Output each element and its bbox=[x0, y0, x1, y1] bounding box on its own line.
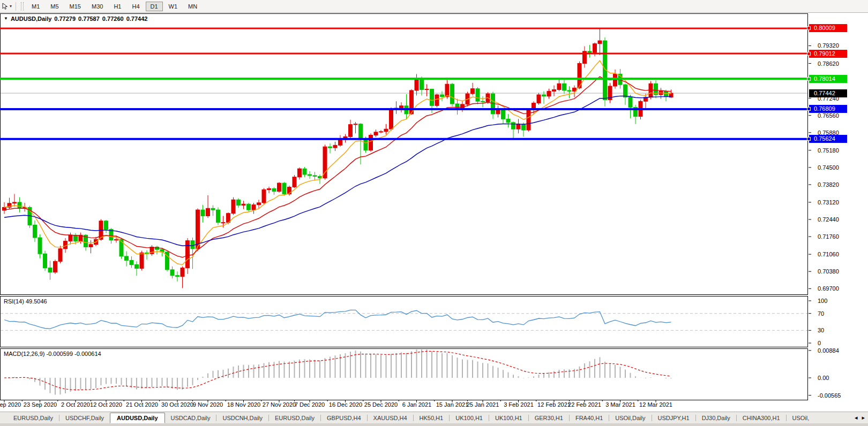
candle bbox=[374, 132, 378, 135]
bar-close: 0.77442 bbox=[126, 16, 148, 22]
price-axis-label: 0.75180 bbox=[818, 147, 867, 154]
chart-tab-usdcad-daily[interactable]: USDCAD,Daily bbox=[165, 413, 216, 423]
macd-panel bbox=[1, 349, 808, 400]
candle bbox=[140, 253, 144, 268]
candle bbox=[552, 90, 556, 92]
candle bbox=[135, 264, 139, 268]
candle bbox=[542, 95, 546, 96]
candle bbox=[390, 109, 393, 129]
scroll-left-icon[interactable]: ◂ bbox=[855, 414, 858, 421]
price-axis-label: 0.70380 bbox=[818, 268, 867, 275]
candle bbox=[598, 41, 602, 44]
price-axis-label: 0.69700 bbox=[818, 285, 867, 292]
candle bbox=[262, 189, 266, 203]
candle bbox=[471, 89, 475, 94]
candle bbox=[48, 268, 52, 272]
bar-open: 0.77279 bbox=[54, 16, 76, 22]
candle bbox=[211, 208, 215, 210]
rsi-axis-label: 100 bbox=[818, 297, 867, 305]
candle bbox=[313, 176, 317, 176]
macd-axis-label: -0.00565 bbox=[818, 392, 867, 399]
candle bbox=[649, 83, 653, 97]
rsi-axis-label: 70 bbox=[818, 310, 867, 317]
chart-tab-ger30-h1[interactable]: GER30,H1 bbox=[529, 413, 569, 423]
candle bbox=[115, 239, 118, 240]
rsi-axis-label: 30 bbox=[818, 326, 867, 334]
price-axis-label: 0.73820 bbox=[818, 181, 867, 188]
line-end-marker bbox=[807, 137, 811, 141]
candle bbox=[231, 200, 235, 213]
candle bbox=[613, 74, 617, 86]
candle bbox=[339, 140, 342, 145]
chart-tab-usoil[interactable]: USOil, bbox=[787, 413, 815, 423]
price-axis-label: 0.72440 bbox=[818, 216, 867, 223]
candle bbox=[201, 210, 205, 216]
candle bbox=[257, 203, 261, 205]
candle bbox=[328, 147, 332, 148]
chart-tab-bar: EURUSD,DailyUSDCHF,DailyAUDUSD,DailyUSDC… bbox=[0, 412, 868, 423]
candle bbox=[18, 202, 21, 208]
price-line-label: 0.78014 bbox=[809, 75, 847, 83]
candle bbox=[557, 83, 561, 89]
candle bbox=[369, 135, 373, 150]
candle bbox=[567, 90, 571, 91]
chart-tab-eurusd-daily[interactable]: EURUSD,Daily bbox=[269, 413, 320, 423]
chart-tab-usdcnh-daily[interactable]: USDCNH,Daily bbox=[216, 413, 268, 423]
rsi-axis-label: 0 bbox=[818, 339, 867, 347]
macd-axis-label: 0.00884 bbox=[818, 347, 867, 354]
chart-tab-gbpusd-h4[interactable]: GBPUSD,H4 bbox=[321, 413, 367, 423]
candle bbox=[537, 95, 541, 103]
candle bbox=[430, 89, 434, 106]
candle bbox=[272, 188, 276, 191]
candle bbox=[38, 238, 42, 254]
candle bbox=[191, 241, 194, 249]
chart-tab-dj30-daily[interactable]: DJ30,Daily bbox=[696, 413, 736, 423]
chart-tab-uk100-h1[interactable]: UK100,H1 bbox=[489, 413, 528, 423]
candle bbox=[502, 109, 505, 119]
chart-tab-eurusd-daily[interactable]: EURUSD,Daily bbox=[8, 413, 59, 423]
symbol-dropdown-icon[interactable]: ▼ bbox=[4, 16, 8, 22]
candle bbox=[58, 249, 62, 262]
candle bbox=[628, 97, 632, 108]
candle bbox=[364, 139, 368, 150]
chart-tab-usdjpy-h1[interactable]: USDJPY,H1 bbox=[652, 413, 695, 423]
price-axis-label: 0.71060 bbox=[818, 250, 867, 258]
chart-tab-uk100-h1[interactable]: UK100,H1 bbox=[450, 413, 489, 423]
line-end-marker bbox=[807, 26, 811, 30]
chart-canvas[interactable] bbox=[0, 0, 868, 426]
bar-low: 0.77260 bbox=[102, 16, 124, 22]
macd-axis-label: 0.00 bbox=[818, 374, 867, 382]
trading-platform-window: ▾ M1M5M15M30H1H4D1W1MN ▼ AUDUSD,Daily 0.… bbox=[0, 0, 868, 426]
chart-tab-usdchf-daily[interactable]: USDCHF,Daily bbox=[59, 413, 110, 423]
scroll-right-icon[interactable]: ▸ bbox=[862, 414, 865, 421]
candle bbox=[303, 169, 306, 174]
chart-tab-usoil-daily[interactable]: USOil,Daily bbox=[609, 413, 651, 423]
candle bbox=[196, 210, 200, 249]
candle bbox=[451, 84, 454, 104]
candle bbox=[282, 183, 286, 194]
chart-tab-china300-h1[interactable]: CHINA300,H1 bbox=[737, 413, 786, 423]
chart-tab-audusd-daily[interactable]: AUDUSD,Daily bbox=[110, 413, 164, 423]
candle bbox=[323, 147, 327, 178]
chart-tab-xauusd-h4[interactable]: XAUUSD,H4 bbox=[368, 413, 413, 423]
candle bbox=[445, 84, 449, 97]
candle bbox=[415, 79, 418, 90]
candle bbox=[43, 254, 47, 268]
window-bottom-strip bbox=[0, 423, 868, 426]
candle bbox=[425, 89, 429, 90]
price-axis-label: 0.76560 bbox=[818, 112, 867, 119]
candle bbox=[354, 124, 357, 125]
candle bbox=[170, 270, 174, 276]
candle bbox=[379, 132, 383, 132]
candle bbox=[237, 200, 241, 205]
candle bbox=[13, 202, 17, 203]
chart-tab-fra40-h1[interactable]: FRA40,H1 bbox=[570, 413, 609, 423]
candle bbox=[506, 119, 510, 123]
candle bbox=[298, 169, 302, 177]
candle bbox=[563, 83, 566, 90]
candle bbox=[481, 101, 485, 102]
price-line-label: 0.75624 bbox=[809, 135, 847, 143]
chart-tab-hk50-h1[interactable]: HK50,H1 bbox=[414, 413, 450, 423]
candle bbox=[420, 79, 424, 90]
candle bbox=[400, 106, 403, 108]
